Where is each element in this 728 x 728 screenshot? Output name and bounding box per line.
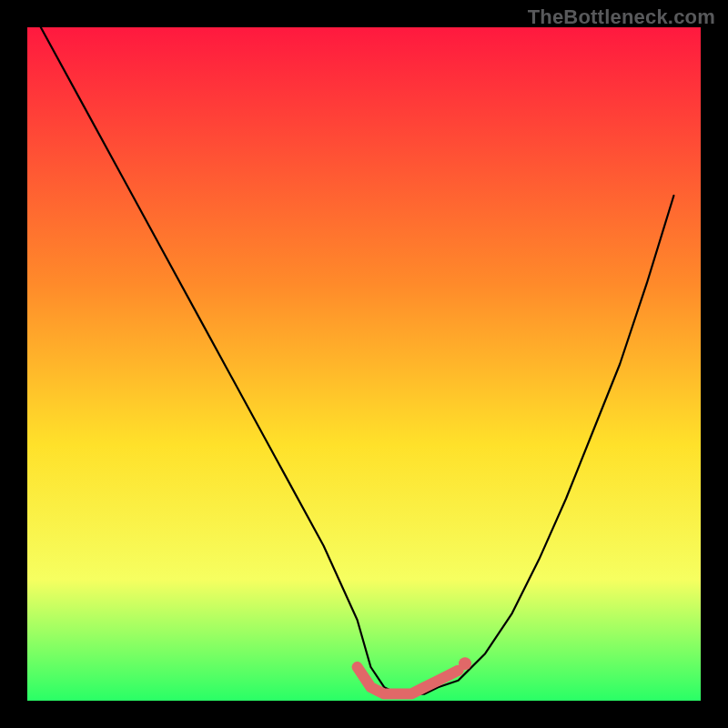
chart-stage: TheBottleneck.com: [0, 0, 728, 728]
marker-dot: [459, 657, 471, 670]
watermark-text: TheBottleneck.com: [528, 5, 715, 29]
bottleneck-plot: [0, 0, 728, 728]
plot-background: [27, 27, 701, 701]
